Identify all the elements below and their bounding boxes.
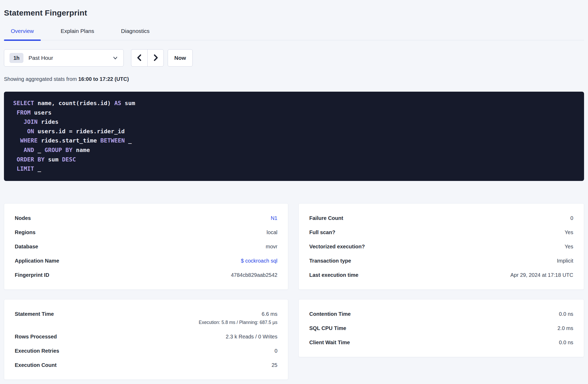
now-button[interactable]: Now bbox=[168, 49, 193, 67]
stat-value: 2.0 ms bbox=[557, 325, 573, 332]
row-vectorized-execution: Vectorized execution?Yes bbox=[309, 239, 573, 254]
stat-value: 0.0 ns bbox=[559, 311, 573, 317]
sql-line: WHERE rides.start_time BETWEEN _ bbox=[13, 136, 576, 145]
stat-value-text: Yes bbox=[565, 244, 573, 249]
stat-value-text: Yes bbox=[565, 229, 573, 235]
stat-value-text: 0.0 ns bbox=[559, 311, 573, 317]
stat-value: 2.3 k Reads / 0 Writes bbox=[226, 333, 277, 340]
stat-value-text: 0 bbox=[275, 348, 277, 354]
row-application-name: Application Name$ cockroach sql bbox=[15, 254, 277, 268]
stats-caption-range: 16:00 to 17:22 (UTC) bbox=[78, 76, 129, 82]
statement-details-card: NodesN1RegionslocalDatabasemovrApplicati… bbox=[4, 203, 288, 290]
stat-value-text: Implicit bbox=[557, 258, 573, 264]
tab-explain-plans[interactable]: Explain Plans bbox=[54, 28, 101, 40]
stat-value-text: 6.6 ms bbox=[262, 311, 277, 317]
row-regions: Regionslocal bbox=[15, 225, 277, 239]
statement-fingerprint-page: Statement Fingerprint Overview Explain P… bbox=[0, 0, 588, 380]
time-controls: 1h Past Hour bbox=[4, 49, 584, 67]
stat-label: Statement Time bbox=[15, 311, 54, 317]
sql-line: SELECT name, count(rides.id) AS sum bbox=[13, 99, 576, 108]
stat-value-text: Apr 29, 2024 at 17:18 UTC bbox=[510, 272, 573, 278]
stat-label: Failure Count bbox=[309, 215, 343, 221]
stat-label: Transaction type bbox=[309, 257, 351, 264]
stat-value-text: 2.3 k Reads / 0 Writes bbox=[226, 334, 277, 339]
stat-value: 25 bbox=[272, 362, 277, 368]
row-nodes: NodesN1 bbox=[15, 211, 277, 225]
stat-value-text: 2.0 ms bbox=[557, 325, 573, 331]
stat-value: Apr 29, 2024 at 17:18 UTC bbox=[510, 272, 573, 278]
row-contention-time: Contention Time0.0 ns bbox=[309, 307, 573, 321]
row-client-wait-time: Client Wait Time0.0 ns bbox=[309, 335, 573, 349]
stat-value: Yes bbox=[565, 229, 573, 236]
row-failure-count: Failure Count0 bbox=[309, 211, 573, 225]
sql-line: ORDER BY sum DESC bbox=[13, 155, 576, 164]
overview-cards-row: NodesN1RegionslocalDatabasemovrApplicati… bbox=[4, 203, 584, 290]
stat-value: Yes bbox=[565, 243, 573, 250]
execution-attributes-card: Failure Count0Full scan?YesVectorized ex… bbox=[298, 203, 584, 290]
sql-line: AND _ GROUP BY name bbox=[13, 145, 576, 155]
previous-interval-button[interactable] bbox=[131, 49, 147, 67]
stat-label: Database bbox=[15, 243, 38, 250]
stat-value-text: 4784cb829aab2542 bbox=[231, 272, 277, 278]
stat-label: Nodes bbox=[15, 215, 31, 221]
row-transaction-type: Transaction typeImplicit bbox=[309, 254, 573, 268]
stat-label: Rows Processed bbox=[15, 333, 57, 340]
chevron-right-icon bbox=[152, 53, 160, 63]
sql-query-code: SELECT name, count(rides.id) AS sum FROM… bbox=[13, 99, 576, 174]
aggregated-stats-caption: Showing aggregated stats from 16:00 to 1… bbox=[4, 76, 584, 82]
tab-diagnostics[interactable]: Diagnostics bbox=[114, 28, 157, 40]
row-full-scan: Full scan?Yes bbox=[309, 225, 573, 239]
chevron-down-icon bbox=[112, 55, 118, 61]
sql-line: ON users.id = rides.rider_id bbox=[13, 127, 576, 136]
stat-link[interactable]: N1 bbox=[271, 215, 277, 221]
stat-value: movr bbox=[266, 243, 277, 250]
stat-label: Last execution time bbox=[309, 272, 358, 278]
tab-bar: Overview Explain Plans Diagnostics bbox=[4, 28, 584, 40]
chevron-left-icon bbox=[136, 53, 143, 63]
stat-label: Vectorized execution? bbox=[309, 243, 365, 250]
stat-value-text: 25 bbox=[272, 362, 277, 368]
stat-label: Client Wait Time bbox=[309, 339, 350, 346]
stat-label: Contention Time bbox=[309, 311, 351, 317]
interval-label: Past Hour bbox=[28, 55, 53, 61]
row-database: Databasemovr bbox=[15, 239, 277, 254]
page-title: Statement Fingerprint bbox=[4, 8, 584, 17]
row-fingerprint-id: Fingerprint ID4784cb829aab2542 bbox=[15, 268, 277, 282]
stat-label: SQL CPU Time bbox=[309, 325, 346, 332]
stat-value-text: movr bbox=[266, 244, 277, 249]
timing-cards-row: Statement Time6.6 msExecution: 5.8 ms / … bbox=[4, 299, 584, 380]
stat-value: 0.0 ns bbox=[559, 339, 573, 346]
tab-overview[interactable]: Overview bbox=[4, 28, 41, 40]
stat-label: Execution Count bbox=[15, 362, 57, 368]
stat-value: 6.6 msExecution: 5.8 ms / Planning: 687.… bbox=[199, 311, 277, 326]
stat-link[interactable]: $ cockroach sql bbox=[241, 258, 277, 264]
wait-time-card: Contention Time0.0 nsSQL CPU Time2.0 msC… bbox=[298, 299, 584, 357]
stat-subvalue: Execution: 5.8 ms / Planning: 687.5 µs bbox=[199, 319, 277, 326]
time-step-buttons bbox=[131, 49, 164, 67]
statement-time-card: Statement Time6.6 msExecution: 5.8 ms / … bbox=[4, 299, 288, 380]
stat-value: 0 bbox=[570, 215, 573, 221]
stat-value: 0 bbox=[275, 347, 277, 354]
time-range-dropdown[interactable]: 1h Past Hour bbox=[4, 49, 124, 67]
sql-line: FROM users bbox=[13, 108, 576, 117]
sql-line: LIMIT _ bbox=[13, 164, 576, 174]
stat-label: Regions bbox=[15, 229, 36, 236]
stat-value: 4784cb829aab2542 bbox=[231, 272, 277, 278]
stat-label: Full scan? bbox=[309, 229, 335, 236]
stats-caption-prefix: Showing aggregated stats from bbox=[4, 76, 78, 82]
sql-statement-box: SELECT name, count(rides.id) AS sum FROM… bbox=[4, 92, 584, 181]
row-last-execution-time: Last execution timeApr 29, 2024 at 17:18… bbox=[309, 268, 573, 282]
row-rows-processed: Rows Processed2.3 k Reads / 0 Writes bbox=[15, 329, 277, 344]
next-interval-button[interactable] bbox=[147, 49, 164, 67]
stat-value: N1 bbox=[271, 215, 277, 221]
row-statement-time: Statement Time6.6 msExecution: 5.8 ms / … bbox=[15, 307, 277, 329]
interval-badge: 1h bbox=[9, 53, 23, 63]
row-sql-cpu-time: SQL CPU Time2.0 ms bbox=[309, 321, 573, 335]
stat-value-text: 0 bbox=[570, 215, 573, 221]
stat-value: $ cockroach sql bbox=[241, 257, 277, 264]
stat-value-text: local bbox=[267, 229, 277, 235]
stat-value: local bbox=[267, 229, 277, 236]
stat-value-text: 0.0 ns bbox=[559, 339, 573, 345]
sql-line: JOIN rides bbox=[13, 117, 576, 127]
row-execution-retries: Execution Retries0 bbox=[15, 344, 277, 358]
